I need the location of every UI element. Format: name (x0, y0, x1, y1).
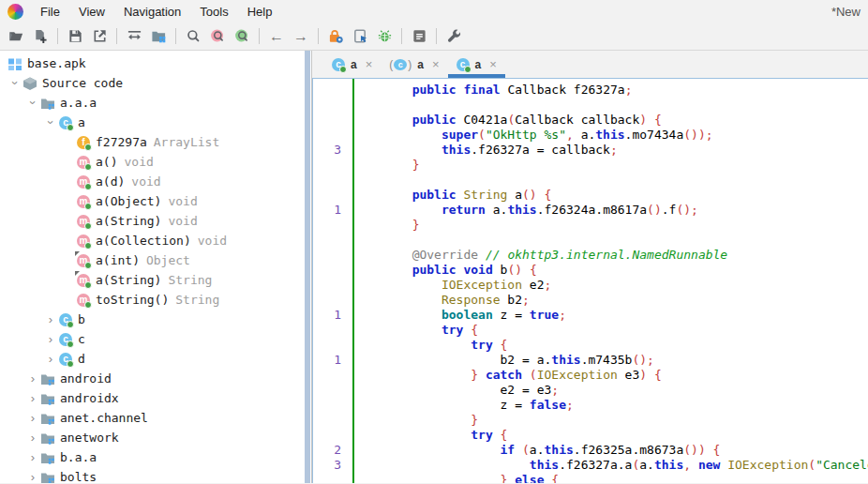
tree-item-a-collection-[interactable]: ma(Collection)void (0, 231, 311, 250)
tree-item-d[interactable]: ›cd (0, 349, 311, 369)
gutter-separator (352, 79, 354, 483)
search-icon[interactable] (181, 25, 205, 48)
tree-item-label: f27297a (96, 135, 147, 149)
menu-bar-items: FileViewNavigationToolsHelp (31, 2, 281, 22)
log-viewer-icon[interactable] (407, 25, 431, 48)
tab-label: a (417, 58, 424, 71)
code-line: } catch (IOException e3) { (353, 368, 868, 383)
gutter-line-number (313, 128, 349, 143)
code-line: if (a.this.f26325a.m8673a()) { (353, 443, 868, 458)
chevron-down-icon[interactable]: › (44, 115, 58, 130)
tab-close-icon[interactable]: × (489, 58, 497, 70)
editor-tab-3[interactable]: ca× (448, 51, 505, 78)
tree-item-c[interactable]: ›cc (0, 329, 311, 349)
tree-item-bolts[interactable]: ›bolts (0, 467, 311, 483)
chevron-right-icon[interactable]: › (25, 470, 40, 483)
chevron-right-icon[interactable]: › (43, 352, 58, 366)
gutter-line-number (313, 188, 349, 203)
gutter-line-number (313, 473, 349, 483)
debugger-icon[interactable] (372, 25, 397, 48)
menu-view[interactable]: View (69, 2, 114, 22)
tree-item-a.a.a[interactable]: ›a.a.a (0, 93, 311, 113)
menu-help[interactable]: Help (238, 2, 282, 22)
tree-item-label: androidx (60, 391, 119, 405)
packages-folder-icon[interactable] (146, 25, 171, 48)
tree-item-a-[interactable]: ma()void (0, 152, 311, 172)
editor-tab-2[interactable]: (c)a× (381, 51, 447, 78)
tree-item-label: a() (96, 155, 117, 169)
folder-icon (40, 470, 55, 484)
menu-file[interactable]: File (31, 2, 69, 22)
tree-item-b[interactable]: ›cb (0, 310, 311, 329)
add-files-icon[interactable] (28, 25, 52, 48)
gutter-line-number: 3 (313, 458, 349, 473)
code-line: this.f26327a = callback; (353, 143, 868, 158)
chevron-right-icon[interactable]: › (25, 411, 40, 425)
apk-icon (7, 56, 22, 71)
tree-item-source-code[interactable]: ›Source code (0, 73, 311, 93)
text-search-icon[interactable] (205, 25, 230, 48)
tree-item-type: void (168, 214, 197, 228)
deobfuscation-icon[interactable] (323, 25, 348, 48)
method-icon: m (77, 175, 90, 189)
gutter-line-number (313, 173, 349, 188)
chevron-down-icon[interactable]: › (26, 96, 40, 111)
code-line: @Override // okhttp3.internal.NamedRunna… (353, 248, 868, 263)
menu-navigation[interactable]: Navigation (114, 2, 190, 22)
tab-close-icon[interactable]: × (366, 58, 373, 70)
class-icon: c (456, 58, 470, 71)
gutter-line-number (313, 218, 349, 233)
code-line: try { (353, 428, 868, 443)
tree-item-anet.channel[interactable]: ›anet.channel (0, 408, 311, 428)
save-all-icon[interactable] (63, 25, 87, 48)
tree-item-b.a.a[interactable]: ›b.a.a (0, 447, 311, 467)
tree-item-androidx[interactable]: ›androidx (0, 388, 311, 408)
chevron-right-icon[interactable]: › (43, 332, 58, 346)
tree-item-label: a(d) (96, 174, 125, 189)
chevron-right-icon[interactable]: › (25, 431, 40, 445)
tree-scrollbar[interactable] (305, 51, 310, 483)
gutter-line-number: 2 (313, 443, 349, 458)
tree-item-base.apk[interactable]: base.apk (0, 53, 311, 73)
class-search-icon[interactable] (230, 25, 254, 48)
tree-item-android[interactable]: ›android (0, 369, 311, 388)
tree-item-a-string-[interactable]: ma(String)void (0, 211, 311, 231)
tree-item-a-d-[interactable]: ma(d)void (0, 172, 311, 191)
tree-item-label: Source code (42, 76, 123, 90)
code-line: public String a() { (353, 188, 868, 203)
tree-item-f27297a[interactable]: ff27297aArrayList (0, 132, 311, 152)
open-file-icon[interactable] (4, 25, 28, 48)
editor-tab-1[interactable]: ca× (323, 51, 381, 78)
editor-panel: ca×(c)a×ca× 311123 public final Callback… (312, 51, 868, 483)
jadx-logo-icon (7, 4, 23, 20)
file-tree-panel[interactable]: base.apk›Source code›a.a.a›caff27297aArr… (0, 51, 312, 483)
tree-item-label: a(Object) (96, 194, 161, 208)
tree-item-a-int-[interactable]: ma(int)Object (0, 250, 311, 270)
package-icon (22, 76, 37, 91)
tree-item-anetwork[interactable]: ›anetwork (0, 428, 311, 447)
preferences-icon[interactable] (441, 25, 466, 48)
gutter-line-number (313, 233, 349, 248)
forward-icon[interactable]: → (289, 25, 313, 48)
export-icon[interactable] (87, 25, 112, 48)
chevron-right-icon[interactable]: › (25, 371, 40, 386)
expand-horizontal-icon[interactable] (122, 25, 146, 48)
tree-item-tostring-[interactable]: mtoString()String (0, 290, 311, 310)
code-line: e2 = e3; (353, 383, 868, 398)
chevron-right-icon[interactable]: › (43, 312, 58, 326)
tree-item-a-string-[interactable]: ma(String)String (0, 270, 311, 290)
method-icon: m (77, 294, 90, 307)
chevron-down-icon[interactable]: › (8, 76, 22, 91)
tree-item-a[interactable]: ›ca (0, 113, 311, 132)
chevron-right-icon[interactable]: › (25, 391, 40, 405)
select-view-icon[interactable] (348, 25, 372, 48)
file-tree: base.apk›Source code›a.a.a›caff27297aArr… (0, 53, 311, 483)
class-icon: c (59, 116, 72, 129)
tab-close-icon[interactable]: × (432, 58, 440, 70)
tree-item-label: android (60, 371, 112, 386)
chevron-right-icon[interactable]: › (25, 450, 40, 464)
tree-item-a-object-[interactable]: ma(Object)void (0, 191, 311, 211)
menu-tools[interactable]: Tools (190, 2, 237, 22)
back-icon[interactable]: ← (264, 25, 289, 48)
code-editor[interactable]: 311123 public final Callback f26327a; pu… (312, 78, 868, 483)
